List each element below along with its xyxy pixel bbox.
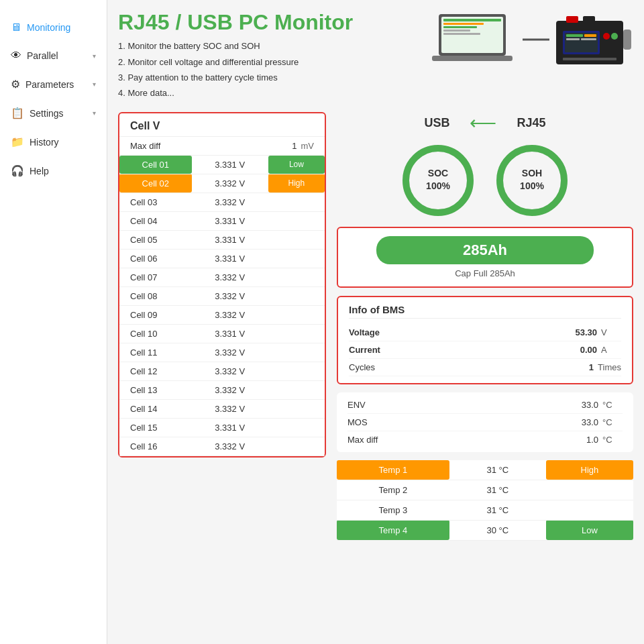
- temp-status: High: [546, 460, 633, 480]
- max-diff-unit: mV: [301, 141, 315, 151]
- cell-status: [268, 193, 325, 211]
- cell-voltage: 3.331 V: [192, 156, 268, 174]
- extra-panel: ENV 33.0 °C MOS 33.0 °C Max diff 1.0 °C: [337, 392, 633, 452]
- arrow-icon: ⟵: [470, 112, 496, 134]
- chevron-down-icon: ▾: [93, 80, 96, 88]
- svg-rect-12: [583, 16, 595, 23]
- extra-row-label: Max diff: [347, 435, 378, 445]
- bullet-list: 1. Monitor the battery SOC and SOH 2. Mo…: [118, 38, 353, 101]
- temp-status: [546, 480, 633, 500]
- table-row: Cell 12 3.332 V: [119, 362, 325, 380]
- soc-label: SOC 100%: [426, 167, 450, 193]
- temp-name: Temp 4: [337, 520, 449, 540]
- max-diff-value: 1: [292, 141, 297, 151]
- cell-status: [268, 362, 325, 380]
- cap-sub: Cap Full 285Ah: [349, 268, 621, 278]
- sidebar-item-parameters[interactable]: ⚙ Parameters ▾: [0, 70, 107, 99]
- extra-row-label: MOS: [347, 417, 368, 427]
- gear-icon: ⚙: [11, 78, 20, 91]
- table-row: Cell 15 3.331 V: [119, 418, 325, 437]
- cell-voltage: 3.331 V: [192, 324, 268, 343]
- chevron-down-icon: ▾: [93, 52, 96, 60]
- svg-rect-18: [566, 38, 580, 40]
- cell-panel-header: Cell V: [119, 113, 325, 137]
- svg-rect-7: [432, 56, 513, 61]
- bms-row-unit: V: [601, 327, 621, 337]
- cell-panel-maxdiff: Max diff 1 mV: [119, 137, 325, 156]
- table-row: Temp 3 31 °C: [337, 500, 633, 520]
- sidebar-item-label: Settings: [30, 108, 64, 119]
- table-row: Cell 05 3.331 V: [119, 230, 325, 249]
- soh-value: 100%: [520, 180, 544, 194]
- extra-row: Max diff 1.0 °C: [347, 431, 623, 448]
- sidebar-item-history[interactable]: 📁 History: [0, 127, 107, 156]
- bms-title: Info of BMS: [349, 304, 621, 319]
- cell-status: [268, 343, 325, 362]
- soh-label: SOH 100%: [520, 167, 544, 193]
- soc-circle: SOC 100%: [401, 144, 475, 217]
- cell-name: Cell 15: [119, 418, 192, 437]
- sidebar-item-help[interactable]: 🎧 Help: [0, 156, 107, 185]
- extra-row-value: 33.0: [582, 417, 598, 427]
- cell-status: [268, 380, 325, 399]
- rj45-label: RJ45: [517, 116, 545, 130]
- header-left: RJ45 / USB PC Monitor 1. Monitor the bat…: [118, 11, 353, 101]
- svg-rect-3: [443, 23, 484, 25]
- cell-voltage: 3.332 V: [192, 399, 268, 418]
- page-title: RJ45 / USB PC Monitor: [118, 11, 353, 34]
- temp-value: 31 °C: [449, 460, 546, 480]
- table-row: Cell 10 3.331 V: [119, 324, 325, 343]
- cell-name: Cell 08: [119, 286, 192, 305]
- cell-name: Cell 06: [119, 249, 192, 268]
- cell-status: [268, 324, 325, 343]
- cell-voltage: 3.332 V: [192, 362, 268, 380]
- table-row: Cell 13 3.332 V: [119, 380, 325, 399]
- sidebar-item-label: Parallel: [27, 50, 58, 61]
- table-row: Cell 01 3.331 V Low: [119, 156, 325, 174]
- table-row: Cell 02 3.332 V High: [119, 174, 325, 193]
- cell-name: Cell 10: [119, 324, 192, 343]
- svg-point-20: [603, 33, 610, 40]
- table-row: Temp 1 31 °C High: [337, 460, 633, 480]
- svg-rect-19: [581, 38, 596, 40]
- bms-row-unit: A: [601, 345, 621, 355]
- max-diff-label: Max diff: [130, 141, 160, 151]
- header: RJ45 / USB PC Monitor 1. Monitor the bat…: [118, 11, 633, 101]
- headset-icon: 🎧: [11, 164, 24, 177]
- bms-row-value: 53.30: [575, 327, 597, 337]
- cell-status: [268, 418, 325, 437]
- battery-image: [556, 11, 633, 68]
- table-row: Cell 06 3.331 V: [119, 249, 325, 268]
- extra-rows: ENV 33.0 °C MOS 33.0 °C Max diff 1.0 °C: [347, 396, 623, 448]
- extra-row-label: ENV: [347, 400, 366, 410]
- cell-status: [268, 230, 325, 249]
- temp-value: 30 °C: [449, 520, 546, 540]
- bms-row-label: Voltage: [349, 327, 380, 337]
- sidebar-item-parallel[interactable]: 👁 Parallel ▾: [0, 42, 107, 70]
- temp-value: 31 °C: [449, 500, 546, 520]
- sidebar-item-label: History: [30, 137, 59, 148]
- header-right: [429, 11, 633, 68]
- svg-rect-17: [584, 34, 596, 37]
- cell-status: [268, 211, 325, 230]
- usb-rj45-row: USB ⟵ RJ45: [337, 112, 633, 134]
- cell-status: [268, 286, 325, 305]
- table-row: Cell 08 3.332 V: [119, 286, 325, 305]
- bms-panel: Info of BMS Voltage 53.30 V Current 0.00…: [337, 296, 633, 384]
- cell-name: Cell 05: [119, 230, 192, 249]
- cable-svg: [523, 38, 549, 42]
- sidebar-item-monitoring[interactable]: 🖥 Monitoring: [0, 13, 107, 42]
- bullet-2: 2. Monitor cell voltage and differential…: [118, 54, 353, 70]
- cable-connector: [523, 38, 549, 42]
- circles-row: SOC 100% SOH 100%: [337, 144, 633, 217]
- chevron-down-icon: ▾: [93, 109, 96, 117]
- bms-row: Cycles 1 Times: [349, 359, 621, 376]
- bms-row-value: 1: [589, 362, 594, 372]
- cell-name: Cell 16: [119, 437, 192, 455]
- svg-rect-6: [443, 33, 480, 35]
- cell-status: High: [268, 174, 325, 193]
- cell-voltage: 3.332 V: [192, 343, 268, 362]
- extra-row-value: 33.0: [582, 400, 598, 410]
- sidebar-item-settings[interactable]: 📋 Settings ▾: [0, 99, 107, 127]
- cell-voltage: 3.332 V: [192, 437, 268, 455]
